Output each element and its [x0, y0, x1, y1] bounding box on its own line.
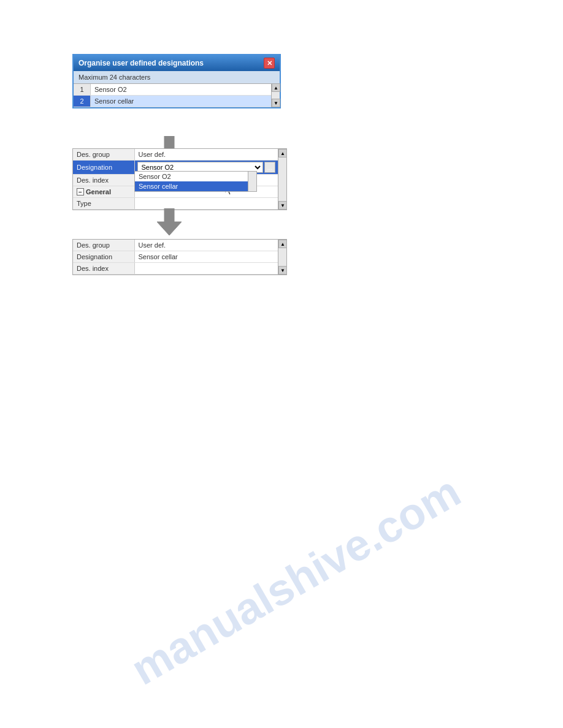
row-key: Des. group — [73, 149, 134, 161]
row-value: User def. — [134, 240, 278, 251]
list-item-num: 1 — [74, 84, 91, 95]
row-value: Sensor cellar — [134, 251, 278, 263]
list-item-label: Sensor O2 — [91, 84, 280, 95]
dialog-title: Organise user defined designations — [79, 59, 204, 67]
dialog-close-button[interactable]: ✕ — [264, 58, 275, 69]
properties-panel-bottom: Des. group User def. Designation Sensor … — [72, 239, 287, 275]
dropdown-option[interactable]: Sensor O2 — [135, 172, 256, 181]
scrollbar-down[interactable]: ▼ — [272, 99, 280, 107]
scrollbar-up[interactable]: ▲ — [272, 83, 280, 92]
table-row: Des. group User def. — [73, 149, 278, 161]
scrollbar-up-middle[interactable]: ▲ — [278, 149, 287, 157]
browse-button[interactable]: ... — [264, 162, 275, 173]
row-key: Designation — [73, 251, 134, 263]
svg-marker-2 — [157, 208, 182, 235]
dialog-titlebar: Organise user defined designations ✕ — [74, 55, 280, 71]
row-value — [134, 198, 278, 210]
dropdown-open-list: Sensor O2 Sensor cellar — [134, 171, 257, 192]
scrollbar-down-bottom[interactable]: ▼ — [278, 266, 287, 275]
organise-dialog: Organise user defined designations ✕ Max… — [72, 54, 281, 108]
table-row: Type — [73, 198, 278, 210]
table-row: Designation Sensor cellar — [73, 251, 278, 263]
table-row: Des. index — [73, 263, 278, 275]
list-item-label: Sensor cellar — [91, 96, 280, 107]
arrow-down-2 — [157, 208, 182, 237]
row-value — [134, 263, 278, 275]
row-value: User def. — [134, 149, 278, 161]
table-row: Des. group User def. — [73, 240, 278, 251]
row-key-general: −General — [73, 186, 134, 198]
row-key-designation: Designation — [73, 161, 134, 175]
list-item[interactable]: 2 Sensor cellar — [74, 96, 280, 107]
dialog-list: 1 Sensor O2 2 Sensor cellar — [74, 83, 280, 107]
dialog-subtitle: Maximum 24 characters — [74, 71, 280, 83]
expand-icon[interactable]: − — [77, 188, 84, 195]
row-key: Des. index — [73, 263, 134, 275]
row-key: Des. index — [73, 175, 134, 186]
properties-panel-middle: Des. group User def. Designation Sensor … — [72, 148, 287, 210]
dropdown-option-selected[interactable]: Sensor cellar — [135, 181, 256, 191]
scrollbar-down-middle[interactable]: ▼ — [278, 201, 287, 210]
watermark: manualshive.com — [123, 466, 469, 694]
list-item-num: 2 — [74, 96, 91, 107]
row-key: Type — [73, 198, 134, 210]
list-item[interactable]: 1 Sensor O2 — [74, 84, 280, 96]
scrollbar-up-bottom[interactable]: ▲ — [278, 240, 287, 248]
row-key: Des. group — [73, 240, 134, 251]
